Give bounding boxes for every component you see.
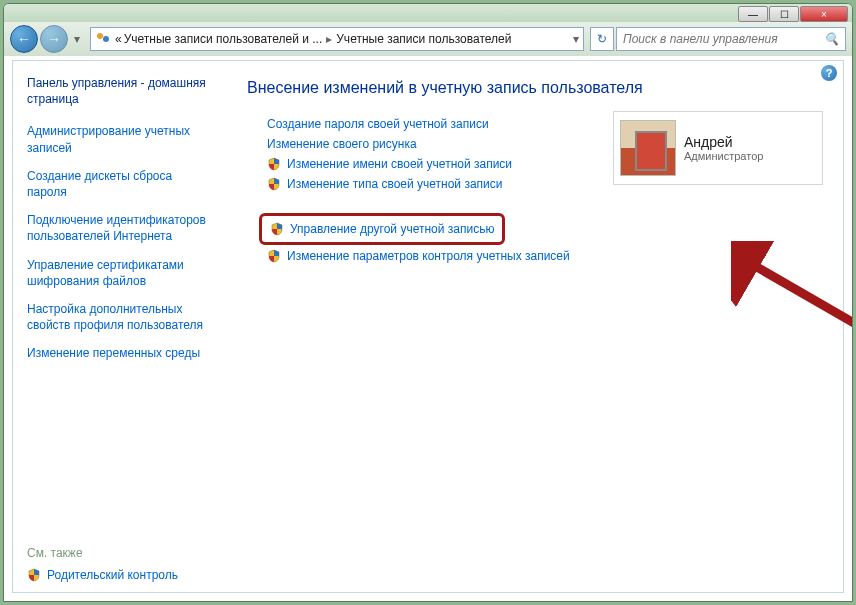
- see-also-label: См. также: [27, 546, 213, 560]
- control-panel-window: — ☐ × ← → ▾ « Учетные записи пользовател…: [3, 3, 853, 602]
- breadcrumb-level-2[interactable]: Учетные записи пользователей: [336, 32, 511, 46]
- parental-controls-link[interactable]: Родительский контроль: [27, 568, 213, 582]
- svg-point-0: [97, 33, 103, 39]
- sidebar-link-online-ids[interactable]: Подключение идентификаторов пользователе…: [27, 212, 213, 244]
- user-avatar: [620, 120, 676, 176]
- search-icon: 🔍: [824, 32, 839, 46]
- control-panel-home-link[interactable]: Панель управления - домашняя страница: [27, 75, 213, 107]
- maximize-button[interactable]: ☐: [769, 6, 799, 22]
- sidebar-link-password-reset-disk[interactable]: Создание дискеты сброса пароля: [27, 168, 213, 200]
- sidebar-link-env-vars[interactable]: Изменение переменных среды: [27, 345, 213, 361]
- action-change-uac[interactable]: Изменение параметров контроля учетных за…: [267, 249, 819, 263]
- shield-icon: [27, 568, 41, 582]
- nav-history-dropdown[interactable]: ▾: [70, 25, 84, 53]
- breadcrumb-chevron: «: [115, 32, 122, 46]
- minimize-button[interactable]: —: [738, 6, 768, 22]
- svg-line-2: [743, 259, 853, 431]
- shield-icon: [270, 222, 284, 236]
- svg-point-1: [103, 36, 109, 42]
- search-box[interactable]: 🔍: [616, 27, 846, 51]
- user-name: Андрей: [684, 134, 763, 150]
- back-button[interactable]: ←: [10, 25, 38, 53]
- shield-icon: [267, 157, 281, 171]
- sidebar: Панель управления - домашняя страница Ад…: [13, 61, 223, 592]
- address-dropdown-icon[interactable]: ▾: [573, 32, 579, 46]
- forward-button[interactable]: →: [40, 25, 68, 53]
- content-pane: ? Панель управления - домашняя страница …: [12, 60, 844, 593]
- shield-icon: [267, 177, 281, 191]
- sidebar-link-encryption-certs[interactable]: Управление сертификатами шифрования файл…: [27, 257, 213, 289]
- sidebar-link-admin-accounts[interactable]: Администрирование учетных записей: [27, 123, 213, 155]
- breadcrumb-separator: ▸: [326, 32, 332, 46]
- search-input[interactable]: [623, 32, 824, 46]
- current-user-card: Андрей Администратор: [613, 111, 823, 185]
- titlebar[interactable]: — ☐ ×: [4, 4, 852, 22]
- sidebar-link-advanced-profile[interactable]: Настройка дополнительных свойств профиля…: [27, 301, 213, 333]
- user-role: Администратор: [684, 150, 763, 162]
- close-button[interactable]: ×: [800, 6, 848, 22]
- annotation-arrow: [731, 241, 853, 461]
- action-manage-another-account[interactable]: Управление другой учетной записью: [259, 213, 505, 245]
- user-accounts-icon: [95, 31, 111, 47]
- navigation-row: ← → ▾ « Учетные записи пользователей и .…: [4, 22, 852, 56]
- page-title: Внесение изменений в учетную запись поль…: [247, 79, 819, 97]
- refresh-button[interactable]: ↻: [590, 27, 614, 51]
- main-pane: Внесение изменений в учетную запись поль…: [223, 61, 843, 592]
- breadcrumb-level-1[interactable]: Учетные записи пользователей и ...: [124, 32, 323, 46]
- parental-controls-label: Родительский контроль: [47, 568, 178, 582]
- address-bar[interactable]: « Учетные записи пользователей и ... ▸ У…: [90, 27, 584, 51]
- shield-icon: [267, 249, 281, 263]
